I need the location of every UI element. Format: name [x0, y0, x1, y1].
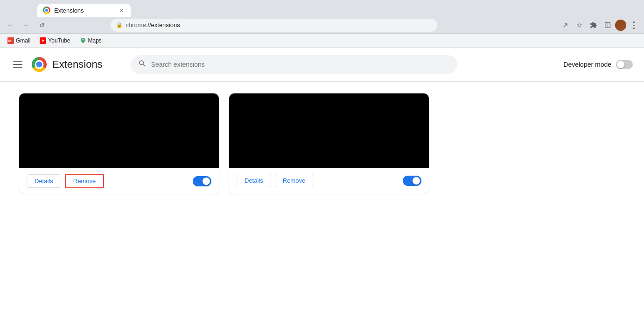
extension-toggle-1[interactable]: [193, 176, 211, 186]
profile-avatar[interactable]: [615, 20, 626, 31]
developer-mode-control: Developer mode: [563, 60, 633, 69]
extension-card-1: Details Remove: [19, 93, 219, 194]
bookmark-maps[interactable]: Maps: [76, 36, 105, 46]
gmail-favicon: M: [7, 37, 14, 44]
extension-footer-1: Details Remove: [19, 168, 219, 194]
extension-footer-2: Details Remove: [229, 168, 429, 193]
hamburger-line-3: [13, 67, 22, 68]
extension-toggle-2[interactable]: [403, 176, 421, 186]
back-button[interactable]: ←: [4, 19, 17, 32]
toggle-knob: [617, 61, 624, 68]
extension-details-button-1[interactable]: Details: [27, 174, 61, 188]
tab-close-button[interactable]: ✕: [118, 7, 125, 14]
hamburger-line-1: [13, 61, 22, 62]
address-bar: ← → ↺ 🔒 chrome://extensions ↗ ☆: [0, 17, 644, 34]
toggle-knob-1: [203, 178, 210, 185]
forward-button[interactable]: →: [20, 19, 33, 32]
search-input[interactable]: [151, 61, 450, 68]
sidebar-button[interactable]: [601, 19, 614, 32]
tab-bar: Extensions ✕: [0, 0, 644, 17]
url-display: chrome://extensions: [126, 21, 432, 28]
bookmarks-bar: M Gmail YouTube Maps: [0, 34, 644, 48]
search-icon: [138, 59, 147, 70]
menu-button[interactable]: ⋮: [627, 19, 640, 32]
security-icon: 🔒: [116, 22, 123, 28]
url-scheme: chrome: [126, 21, 146, 28]
bookmark-gmail[interactable]: M Gmail: [4, 36, 34, 46]
extensions-grid: Details Remove Details Remove: [0, 82, 644, 206]
extension-card-2: Details Remove: [229, 93, 429, 194]
tab-title: Extensions: [54, 7, 84, 14]
search-box[interactable]: [131, 55, 457, 74]
extensions-button[interactable]: [587, 19, 600, 32]
extension-remove-button-1[interactable]: Remove: [65, 174, 104, 188]
maps-favicon: [80, 37, 86, 44]
youtube-favicon: [40, 37, 46, 44]
page-content: Extensions Developer mode: [0, 48, 644, 320]
url-path: //extensions: [147, 21, 180, 28]
extensions-header: Extensions Developer mode: [0, 48, 644, 82]
svg-text:M: M: [8, 38, 11, 43]
bookmark-youtube[interactable]: YouTube: [36, 36, 74, 46]
maps-label: Maps: [88, 37, 102, 44]
share-button[interactable]: ↗: [559, 19, 572, 32]
page-title: Extensions: [52, 58, 103, 71]
svg-point-5: [82, 39, 84, 40]
active-tab[interactable]: Extensions ✕: [37, 4, 131, 17]
extension-preview-2: [229, 93, 429, 168]
gmail-label: Gmail: [16, 37, 30, 44]
extension-remove-button-2[interactable]: Remove: [275, 174, 313, 187]
extension-details-button-2[interactable]: Details: [237, 174, 271, 187]
toggle-knob-2: [413, 177, 420, 185]
youtube-label: YouTube: [48, 37, 70, 44]
hamburger-menu-button[interactable]: [11, 57, 26, 72]
omnibox[interactable]: 🔒 chrome://extensions: [111, 19, 437, 32]
developer-mode-label: Developer mode: [563, 61, 611, 68]
toolbar-actions: ↗ ☆ ⋮: [559, 19, 640, 32]
reload-button[interactable]: ↺: [35, 19, 49, 32]
developer-mode-toggle[interactable]: [616, 60, 633, 69]
bookmark-button[interactable]: ☆: [573, 19, 586, 32]
chrome-logo: [32, 57, 47, 72]
hamburger-line-2: [13, 64, 22, 65]
tab-favicon: [43, 7, 50, 14]
extension-preview-1: [19, 93, 219, 168]
browser-window: Extensions ✕ ← → ↺ 🔒 chrome://extensions…: [0, 0, 644, 320]
